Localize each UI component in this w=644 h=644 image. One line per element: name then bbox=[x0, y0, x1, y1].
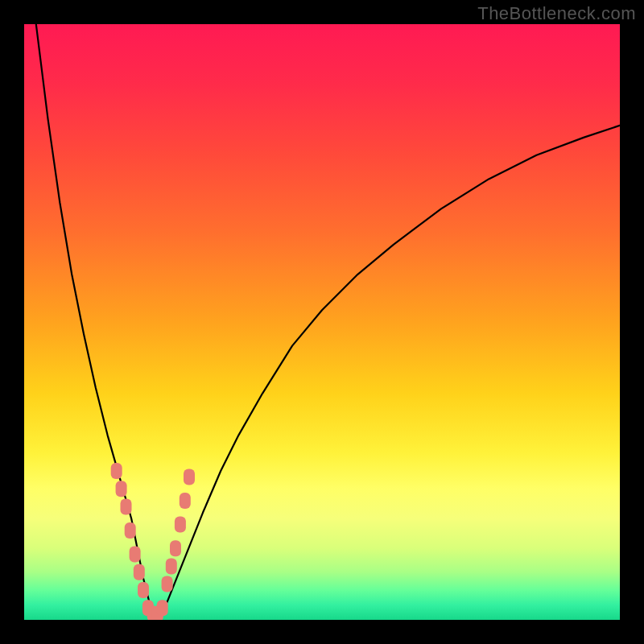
watermark-text: TheBottleneck.com bbox=[477, 3, 636, 24]
chart-marker bbox=[170, 540, 181, 556]
chart-marker bbox=[157, 600, 168, 616]
chart-svg bbox=[24, 24, 620, 620]
chart-marker bbox=[134, 564, 145, 580]
chart-marker bbox=[111, 463, 122, 479]
chart-marker bbox=[162, 576, 173, 592]
plot-area bbox=[24, 24, 620, 620]
chart-marker bbox=[130, 547, 141, 563]
chart-marker bbox=[166, 558, 177, 574]
chart-marker bbox=[138, 582, 149, 598]
chart-marker bbox=[121, 498, 132, 514]
chart-marker bbox=[180, 493, 191, 509]
chart-marker bbox=[125, 522, 136, 539]
outer-frame: TheBottleneck.com bbox=[0, 0, 644, 644]
chart-marker bbox=[184, 469, 195, 485]
chart-marker bbox=[116, 481, 127, 497]
chart-marker bbox=[175, 517, 186, 533]
chart-line bbox=[36, 24, 620, 614]
